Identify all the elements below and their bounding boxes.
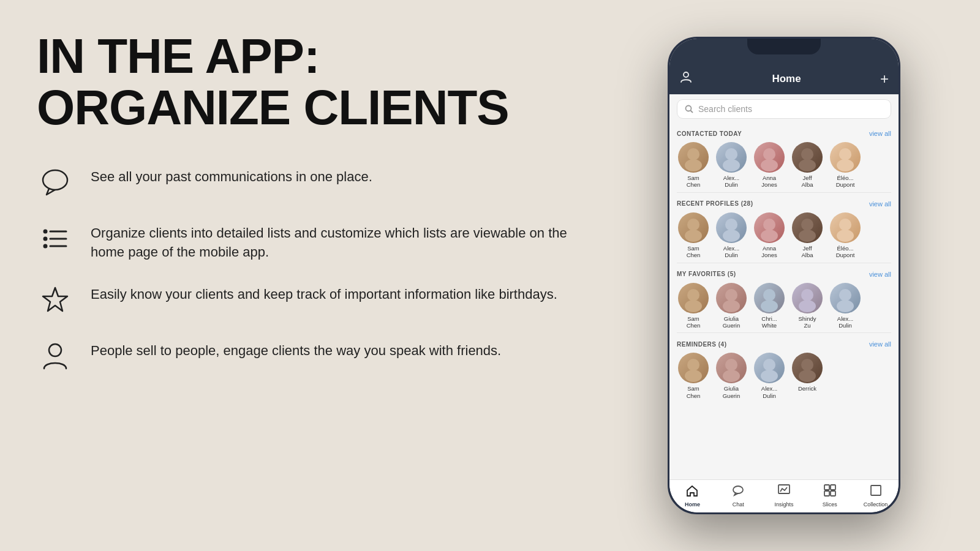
avatar-sam-chen-3[interactable]: SamChen [677,283,710,329]
svg-point-12 [687,148,699,160]
avatar-name-jeff2: JeffAlba [801,245,813,259]
avatar-name-sam3: SamChen [687,315,701,329]
svg-point-44 [725,359,737,371]
nav-item-collection[interactable]: Collection [853,484,899,508]
feature-item-chat: See all your past communications in one … [37,164,576,201]
svg-point-50 [733,486,743,493]
title-line2: ORGANIZE CLIENTS [37,80,509,135]
star-icon [37,282,74,318]
viewall-reminders[interactable]: view all [869,340,891,348]
svg-point-26 [763,219,775,231]
svg-point-5 [44,238,47,241]
svg-rect-54 [824,491,829,496]
svg-rect-55 [831,491,835,496]
svg-rect-51 [778,485,790,493]
svg-point-13 [685,159,702,171]
list-icon [37,220,74,257]
avatar-chris-white[interactable]: Chri...White [753,283,786,329]
avatar-alex-dulin-1[interactable]: Alex...Dulin [715,142,748,189]
svg-point-0 [43,170,67,190]
avatars-row-reminders: SamChen GiuliaGuerin Alex. [677,353,891,399]
svg-point-9 [684,72,688,77]
avatar-img-giulia [716,283,747,313]
title-line1: IN THE APP: [37,29,320,83]
feature-item-list: Organize clients into detailed lists and… [37,220,576,262]
chat-nav-icon [731,484,745,500]
divider-2 [677,263,891,263]
viewall-favorites[interactable]: view all [869,271,891,278]
profile-icon[interactable] [679,70,693,87]
avatar-img-alex1 [716,142,747,173]
nav-label-chat: Chat [733,501,744,508]
avatar-name-derrick: Derrick [798,385,816,392]
svg-point-6 [44,245,47,248]
svg-point-39 [799,300,816,312]
avatar-anna-jones-1[interactable]: AnnaJones [753,142,786,189]
avatar-name-eleo1: Éléo...Dupont [836,174,855,189]
avatar-anna-jones-2[interactable]: AnnaJones [753,212,786,259]
phone-mockup: Home + Search clients CONTACTE [668,37,900,514]
avatar-img-jeff2 [792,212,823,243]
right-panel: Home + Search clients CONTACTE [612,0,980,551]
svg-point-49 [799,370,816,382]
collection-nav-icon [869,484,883,500]
avatar-img-chris [754,283,785,313]
avatar-sam-chen-4[interactable]: SamChen [677,353,710,399]
nav-item-slices[interactable]: Slices [807,484,853,508]
add-button[interactable]: + [880,72,889,86]
svg-point-18 [801,148,813,160]
avatar-eleo-dupont-2[interactable]: Éléo...Dupont [829,212,862,259]
svg-point-19 [799,159,816,171]
avatar-img-sam1 [678,142,709,173]
avatar-giulia-guerin-2[interactable]: GiuliaGuerin [715,353,748,399]
svg-point-43 [685,370,702,382]
viewall-contacted[interactable]: view all [869,130,891,137]
nav-item-insights[interactable]: Insights [761,484,807,508]
avatar-sam-chen-2[interactable]: SamChen [677,212,710,259]
avatar-shindy-zu[interactable]: ShindyZu [791,283,824,329]
avatar-name-sam2: SamChen [687,245,701,259]
avatar-img-eleo1 [830,142,861,173]
svg-point-36 [763,289,775,301]
section-header-favorites: MY FAVORITES (5) view all [677,271,891,278]
home-nav-icon [685,484,699,500]
svg-point-23 [685,230,702,242]
section-my-favorites: MY FAVORITES (5) view all SamChen [669,264,899,332]
nav-label-collection: Collection [864,501,888,508]
avatars-row-favorites: SamChen GiuliaGuerin Chri. [677,283,891,329]
svg-point-10 [686,106,692,111]
insights-nav-icon [777,484,791,500]
feature-text-person: People sell to people, engage clients th… [91,338,501,361]
nav-item-home[interactable]: Home [669,484,715,508]
svg-point-29 [799,230,816,242]
viewall-recent[interactable]: view all [869,200,891,208]
phone-screen: Home + Search clients CONTACTE [669,39,899,512]
avatar-derrick[interactable]: Derrick [791,353,824,399]
svg-point-48 [801,359,813,371]
search-bar[interactable]: Search clients [677,99,891,119]
avatar-alex-dulin-2[interactable]: Alex...Dulin [715,212,748,259]
avatar-name-chris: Chri...White [761,315,777,329]
avatar-name-sam4: SamChen [687,385,701,399]
avatar-img-sam4 [678,353,709,383]
features-list: See all your past communications in one … [37,164,576,375]
avatar-eleo-dupont-1[interactable]: Éléo...Dupont [829,142,862,189]
svg-point-47 [761,370,778,382]
svg-point-41 [837,300,854,312]
avatar-img-jeff1 [792,142,823,173]
chat-icon [37,164,74,201]
svg-point-38 [801,289,813,301]
avatar-alex-dulin-3[interactable]: Alex...Dulin [829,283,862,329]
feature-text-list: Organize clients into detailed lists and… [91,220,576,262]
avatar-img-alex3 [830,283,861,313]
svg-point-22 [687,219,699,231]
nav-item-chat[interactable]: Chat [715,484,761,508]
svg-point-4 [44,230,47,233]
avatar-jeff-alba-1[interactable]: JeffAlba [791,142,824,189]
avatar-name-alex1: Alex...Dulin [723,174,739,189]
avatar-alex-dulin-4[interactable]: Alex...Dulin [753,353,786,399]
avatar-giulia-guerin[interactable]: GiuliaGuerin [715,283,748,329]
avatar-sam-chen-1[interactable]: SamChen [677,142,710,189]
feature-text-chat: See all your past communications in one … [91,164,372,187]
avatar-jeff-alba-2[interactable]: JeffAlba [791,212,824,259]
